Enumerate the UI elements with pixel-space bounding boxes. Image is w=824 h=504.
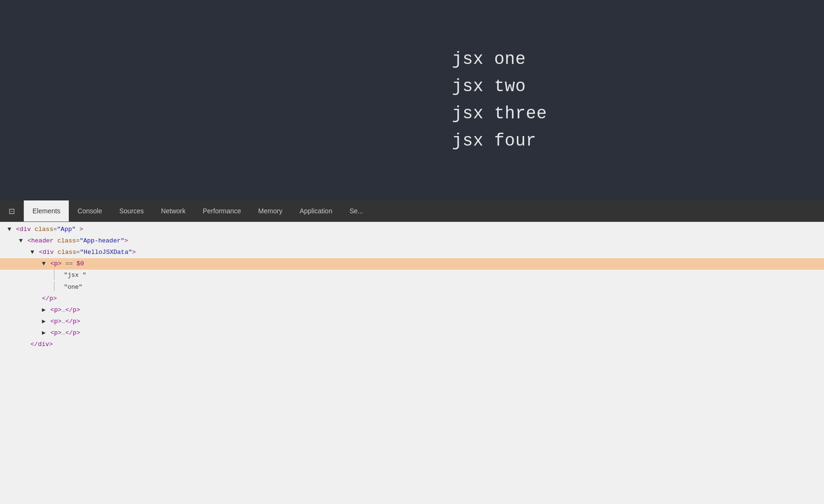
tag-open: <p> bbox=[50, 306, 61, 314]
tree-toggle[interactable]: ▼ bbox=[8, 226, 11, 233]
tag-name: p bbox=[54, 260, 58, 267]
equals-sign: == bbox=[65, 260, 76, 267]
devtools-tab-bar: ⊡ ElementsConsoleSourcesNetworkPerforman… bbox=[0, 200, 824, 222]
tag-gt: > bbox=[124, 237, 128, 244]
jsx-content-list: jsx onejsx twojsx threejsx four bbox=[452, 42, 547, 158]
tab-console[interactable]: Console bbox=[69, 200, 110, 221]
close-tag-bracket: </div> bbox=[31, 341, 53, 348]
attr-class: class bbox=[34, 226, 53, 233]
attr-val: "App-header" bbox=[80, 237, 125, 244]
tree-toggle[interactable]: ▶ bbox=[42, 306, 46, 314]
line-div-hello[interactable]: ▼ <div class="HelloJSXData"> bbox=[0, 247, 824, 258]
tag-gt: > bbox=[79, 226, 83, 233]
line-div-close[interactable]: </div> bbox=[0, 339, 824, 350]
tabs-container: ElementsConsoleSourcesNetworkPerformance… bbox=[24, 200, 372, 221]
tab-sources[interactable]: Sources bbox=[111, 200, 152, 221]
text-node: "jsx " bbox=[64, 272, 86, 279]
tag-gt: > bbox=[132, 249, 136, 256]
tag-name-header: header bbox=[31, 237, 54, 244]
attr-class: class bbox=[57, 237, 76, 244]
tag-name-div2: div bbox=[43, 249, 54, 256]
attr-class: class bbox=[57, 249, 76, 256]
tree-toggle[interactable]: ▶ bbox=[42, 318, 46, 325]
jsx-item-3: jsx three bbox=[452, 104, 547, 124]
line-text-jsx[interactable]: "jsx " bbox=[0, 270, 824, 281]
text-node: "one" bbox=[64, 284, 83, 291]
ellipsis: … bbox=[62, 329, 65, 336]
tab-network[interactable]: Network bbox=[152, 200, 194, 221]
tab-performance[interactable]: Performance bbox=[194, 200, 249, 221]
app-viewport: jsx onejsx twojsx threejsx four bbox=[0, 0, 824, 200]
ellipsis: … bbox=[62, 306, 65, 314]
line-div-app[interactable]: ▼ <div class="App" > bbox=[0, 224, 824, 235]
tag-close-el: </p> bbox=[65, 306, 80, 314]
jsx-item-4: jsx four bbox=[452, 131, 547, 151]
dollar-zero: $0 bbox=[76, 260, 84, 267]
attr-val: "App" bbox=[57, 226, 75, 233]
tree-toggle[interactable]: ▼ bbox=[19, 237, 23, 244]
tree-toggle[interactable]: ▼ bbox=[42, 260, 46, 267]
line-p4[interactable]: ▶ <p>…</p> bbox=[0, 327, 824, 339]
tab-elements[interactable]: Elements bbox=[24, 200, 69, 221]
tag-open: <p> bbox=[50, 329, 61, 336]
mobile-icon-button[interactable]: ⊡ bbox=[0, 200, 24, 221]
jsx-item-2: jsx two bbox=[452, 77, 547, 96]
mobile-icon: ⊡ bbox=[9, 207, 15, 216]
line-text-one[interactable]: "one" bbox=[0, 281, 824, 293]
devtools-panel: ⊡ ElementsConsoleSourcesNetworkPerforman… bbox=[0, 200, 824, 504]
tree-toggle[interactable]: ▼ bbox=[31, 249, 34, 256]
close-tag-bracket: </p> bbox=[42, 295, 57, 302]
line-p2[interactable]: ▶ <p>…</p> bbox=[0, 304, 824, 316]
line-p3[interactable]: ▶ <p>…</p> bbox=[0, 316, 824, 327]
line-header[interactable]: ▼ <header class="App-header"> bbox=[0, 235, 824, 247]
tab-memory[interactable]: Memory bbox=[250, 200, 291, 221]
line-p-close[interactable]: </p> bbox=[0, 293, 824, 304]
line-p-selected[interactable]: ▼ <p> == $0 bbox=[0, 258, 824, 270]
tag-name-div: div bbox=[20, 226, 31, 233]
tag-open: <p> bbox=[50, 318, 61, 325]
tab-security[interactable]: Se... bbox=[341, 200, 372, 221]
tag-close-el: </p> bbox=[65, 329, 80, 336]
tag-close: > bbox=[58, 260, 62, 267]
ellipsis: … bbox=[62, 318, 65, 325]
attr-val-hello: "HelloJSXData" bbox=[80, 249, 132, 256]
tree-toggle[interactable]: ▶ bbox=[42, 329, 46, 336]
tag-close-el: </p> bbox=[65, 318, 80, 325]
jsx-item-1: jsx one bbox=[452, 50, 547, 69]
elements-panel[interactable]: ▼ <div class="App" > ▼ <header class="Ap… bbox=[0, 222, 824, 504]
tab-application[interactable]: Application bbox=[291, 200, 341, 221]
